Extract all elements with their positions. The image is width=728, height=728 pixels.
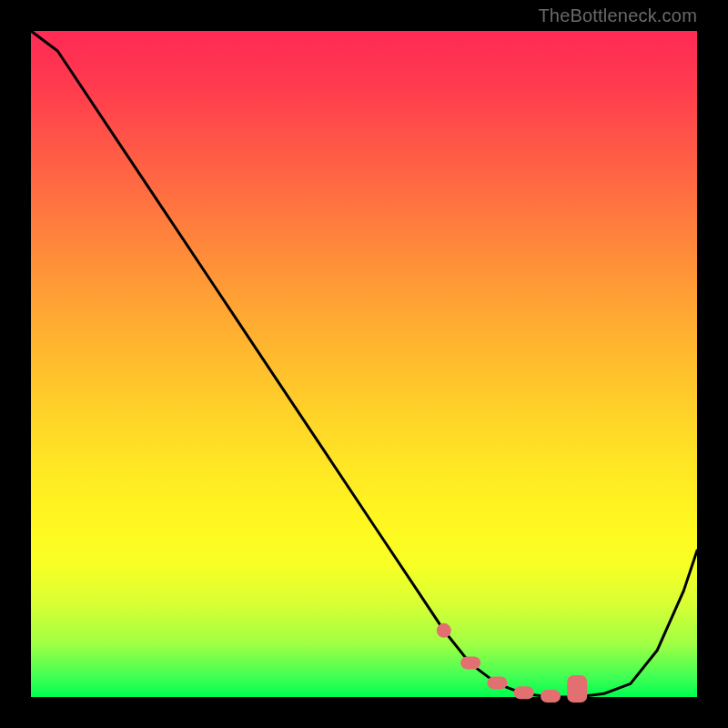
gradient-plot-area [31, 31, 697, 697]
chart-frame: TheBottleneck.com [0, 0, 728, 728]
attribution-label: TheBottleneck.com [538, 5, 697, 26]
